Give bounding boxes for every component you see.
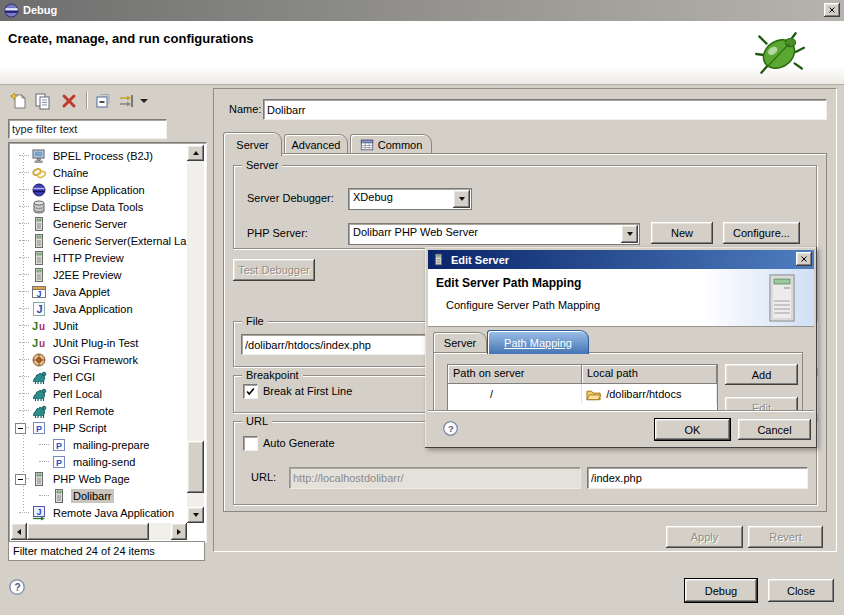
url-path-input[interactable] bbox=[588, 468, 807, 488]
tree-item-bpel-process-b2j[interactable]: BPEL Process (B2J) bbox=[11, 147, 187, 164]
dialog-close-button[interactable] bbox=[796, 252, 812, 266]
scroll-right-button[interactable] bbox=[171, 523, 187, 540]
filter-icon[interactable] bbox=[118, 92, 136, 110]
tree-item-label: Remote Java Application bbox=[51, 506, 176, 520]
tree-item-mailing-prepare[interactable]: mailing-prepare bbox=[11, 436, 187, 453]
tree-item-php-script[interactable]: PHP Script bbox=[11, 419, 187, 436]
dialog-tab-path-mapping[interactable]: Path Mapping bbox=[487, 330, 589, 354]
tree-item-label: mailing-send bbox=[71, 455, 137, 469]
tree-collapse-icon[interactable] bbox=[15, 423, 26, 434]
tree-item-label: OSGi Framework bbox=[51, 353, 140, 367]
dialog-titlebar[interactable]: Edit Server bbox=[428, 250, 814, 269]
tree-item-eclipse-data-tools[interactable]: Eclipse Data Tools bbox=[11, 198, 187, 215]
tree-item-junit-plug-in-test[interactable]: JUnit Plug-in Test bbox=[11, 334, 187, 351]
applet-icon bbox=[31, 284, 47, 300]
junit-icon bbox=[31, 318, 47, 334]
config-tree: BPEL Process (B2J)ChaîneEclipse Applicat… bbox=[11, 145, 187, 523]
tree-item-perl-cgi[interactable]: Perl CGI bbox=[11, 368, 187, 385]
window-titlebar[interactable]: Debug bbox=[0, 0, 844, 21]
server-debugger-combo[interactable]: XDebug bbox=[348, 188, 472, 210]
filter-input[interactable] bbox=[9, 120, 166, 138]
scroll-up-button[interactable] bbox=[187, 145, 204, 161]
delete-icon[interactable] bbox=[60, 92, 78, 110]
mapping-row[interactable]: //dolibarr/htdocs bbox=[448, 384, 717, 404]
filter-input-box[interactable] bbox=[8, 119, 167, 139]
tree-item-remote-java-application[interactable]: Remote Java Application bbox=[11, 504, 187, 521]
break-first-line-checkbox[interactable] bbox=[243, 384, 258, 399]
tree-item-generic-server-external-la[interactable]: Generic Server(External La bbox=[11, 232, 187, 249]
help-icon[interactable] bbox=[442, 420, 459, 437]
banner-title: Create, manage, and run configurations bbox=[8, 31, 254, 46]
dialog-tab-server-label: Server bbox=[444, 337, 476, 349]
tree-item-j2ee-preview[interactable]: J2EE Preview bbox=[11, 266, 187, 283]
chain-icon bbox=[31, 165, 47, 181]
ok-button[interactable]: OK bbox=[655, 419, 730, 440]
dialog-tab-path-mapping-label: Path Mapping bbox=[504, 337, 572, 349]
scroll-thumb[interactable] bbox=[187, 441, 204, 493]
dropdown-button[interactable] bbox=[621, 225, 638, 243]
cancel-button[interactable]: Cancel bbox=[738, 419, 811, 440]
add-mapping-button[interactable]: Add bbox=[725, 364, 798, 385]
tree-item-java-applet[interactable]: Java Applet bbox=[11, 283, 187, 300]
tree-item-perl-remote[interactable]: Perl Remote bbox=[11, 402, 187, 419]
tree-item-cha-ne[interactable]: Chaîne bbox=[11, 164, 187, 181]
revert-button[interactable]: Revert bbox=[748, 526, 823, 548]
scroll-down-button[interactable] bbox=[187, 507, 204, 523]
tree-horizontal-scrollbar[interactable] bbox=[11, 523, 187, 540]
tree-item-dolibarr[interactable]: Dolibarr bbox=[11, 487, 187, 504]
scroll-thumb[interactable] bbox=[27, 523, 149, 540]
new-configuration-icon[interactable] bbox=[10, 92, 28, 110]
tree-collapse-icon[interactable] bbox=[15, 474, 26, 485]
breakpoint-group-legend: Breakpoint bbox=[242, 369, 303, 381]
tree-item-osgi-framework[interactable]: OSGi Framework bbox=[11, 351, 187, 368]
dialog-button-bar: OK Cancel bbox=[428, 410, 814, 446]
tree-vertical-scrollbar[interactable] bbox=[187, 145, 204, 523]
filter-menu-arrow-icon[interactable] bbox=[140, 99, 148, 107]
url-group-legend: URL bbox=[242, 415, 272, 427]
close-button[interactable]: Close bbox=[768, 579, 834, 602]
tree-item-http-preview[interactable]: HTTP Preview bbox=[11, 249, 187, 266]
column-header-local-path[interactable]: Local path bbox=[582, 365, 717, 384]
configure-server-button[interactable]: Configure... bbox=[723, 222, 800, 244]
name-input[interactable] bbox=[264, 100, 826, 119]
toolbar-separator bbox=[86, 92, 87, 109]
remote-java-icon bbox=[31, 505, 47, 521]
dialog-tab-server[interactable]: Server bbox=[433, 332, 487, 353]
tree-item-php-web-page[interactable]: PHP Web Page bbox=[11, 470, 187, 487]
collapse-all-icon[interactable] bbox=[94, 92, 112, 110]
server-debugger-value: XDebug bbox=[349, 189, 452, 209]
tree-item-generic-server[interactable]: Generic Server bbox=[11, 215, 187, 232]
php-server-combo[interactable]: Dolibarr PHP Web Server bbox=[348, 223, 640, 245]
new-server-button[interactable]: New bbox=[651, 222, 713, 244]
server-icon bbox=[31, 471, 47, 487]
tab-server[interactable]: Server bbox=[223, 132, 282, 156]
dropdown-button[interactable] bbox=[453, 190, 470, 208]
duplicate-icon[interactable] bbox=[34, 92, 52, 110]
tree-item-label: Dolibarr bbox=[71, 489, 114, 503]
auto-generate-checkbox[interactable] bbox=[243, 436, 258, 451]
tree-item-label: PHP Script bbox=[51, 421, 109, 435]
url-path-field-box[interactable] bbox=[587, 467, 808, 489]
tab-common[interactable]: Common bbox=[350, 134, 432, 155]
apply-button[interactable]: Apply bbox=[666, 526, 743, 548]
close-button-label: Close bbox=[787, 585, 815, 597]
server-icon bbox=[31, 216, 47, 232]
help-icon[interactable] bbox=[8, 578, 26, 596]
tree-item-java-application[interactable]: Java Application bbox=[11, 300, 187, 317]
test-debugger-button[interactable]: Test Debugger bbox=[233, 259, 315, 281]
debug-button[interactable]: Debug bbox=[685, 579, 757, 602]
path-on-server-cell: / bbox=[448, 384, 582, 404]
configuration-tree-panel: BPEL Process (B2J)ChaîneEclipse Applicat… bbox=[8, 142, 207, 543]
window-close-button[interactable] bbox=[824, 3, 840, 17]
column-header-path-on-server[interactable]: Path on server bbox=[448, 365, 582, 384]
tree-item-perl-local[interactable]: Perl Local bbox=[11, 385, 187, 402]
tab-server-label: Server bbox=[236, 139, 268, 151]
name-field-box[interactable] bbox=[263, 99, 827, 120]
scroll-left-button[interactable] bbox=[11, 523, 27, 540]
dialog-subheading: Configure Server Path Mapping bbox=[446, 299, 600, 311]
tab-advanced[interactable]: Advanced bbox=[284, 134, 348, 155]
tree-item-eclipse-application[interactable]: Eclipse Application bbox=[11, 181, 187, 198]
tree-item-mailing-send[interactable]: mailing-send bbox=[11, 453, 187, 470]
perl-icon bbox=[31, 386, 47, 402]
tree-item-junit[interactable]: JUnit bbox=[11, 317, 187, 334]
